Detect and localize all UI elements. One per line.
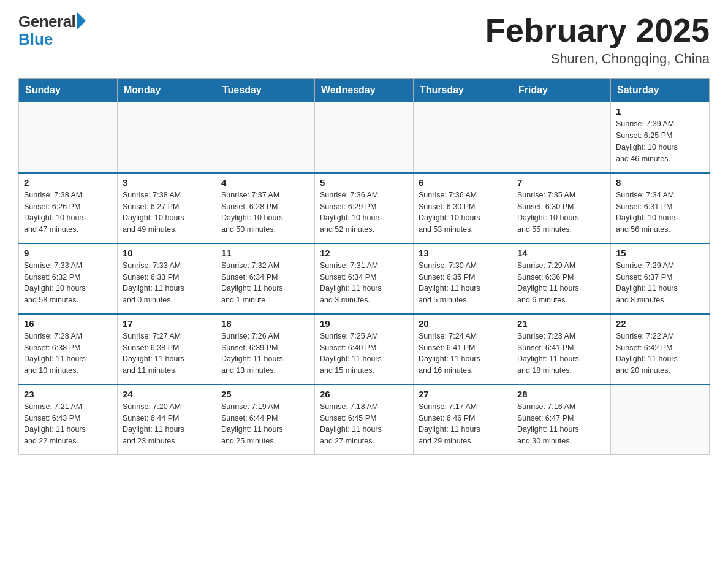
- day-info: Sunrise: 7:18 AM Sunset: 6:45 PM Dayligh…: [320, 401, 408, 447]
- calendar-cell: 15Sunrise: 7:29 AM Sunset: 6:37 PM Dayli…: [611, 243, 710, 314]
- day-info: Sunrise: 7:17 AM Sunset: 6:46 PM Dayligh…: [419, 401, 507, 447]
- calendar-cell: [19, 102, 118, 173]
- day-info: Sunrise: 7:34 AM Sunset: 6:31 PM Dayligh…: [616, 190, 704, 236]
- calendar-cell: [216, 102, 315, 173]
- calendar-cell: 12Sunrise: 7:31 AM Sunset: 6:34 PM Dayli…: [315, 243, 414, 314]
- day-info: Sunrise: 7:24 AM Sunset: 6:41 PM Dayligh…: [419, 331, 507, 377]
- day-info: Sunrise: 7:21 AM Sunset: 6:43 PM Dayligh…: [24, 401, 112, 447]
- day-info: Sunrise: 7:33 AM Sunset: 6:32 PM Dayligh…: [24, 260, 112, 306]
- day-number: 9: [24, 248, 112, 258]
- calendar-cell: [512, 102, 611, 173]
- calendar-cell: 1Sunrise: 7:39 AM Sunset: 6:25 PM Daylig…: [611, 102, 710, 173]
- day-info: Sunrise: 7:31 AM Sunset: 6:34 PM Dayligh…: [320, 260, 408, 306]
- day-number: 6: [419, 177, 507, 188]
- week-row-4: 16Sunrise: 7:28 AM Sunset: 6:38 PM Dayli…: [19, 314, 710, 385]
- day-info: Sunrise: 7:28 AM Sunset: 6:38 PM Dayligh…: [24, 331, 112, 377]
- column-header-sunday: Sunday: [19, 79, 118, 102]
- column-header-friday: Friday: [512, 79, 611, 102]
- day-info: Sunrise: 7:23 AM Sunset: 6:41 PM Dayligh…: [517, 331, 605, 377]
- week-row-2: 2Sunrise: 7:38 AM Sunset: 6:26 PM Daylig…: [19, 173, 710, 243]
- day-number: 7: [517, 177, 605, 188]
- day-info: Sunrise: 7:29 AM Sunset: 6:37 PM Dayligh…: [616, 260, 704, 306]
- day-info: Sunrise: 7:27 AM Sunset: 6:38 PM Dayligh…: [123, 331, 211, 377]
- day-number: 5: [320, 177, 408, 188]
- location-title: Shuren, Chongqing, China: [485, 51, 710, 67]
- day-info: Sunrise: 7:19 AM Sunset: 6:44 PM Dayligh…: [221, 401, 309, 447]
- day-info: Sunrise: 7:38 AM Sunset: 6:27 PM Dayligh…: [123, 190, 211, 236]
- calendar-cell: 5Sunrise: 7:36 AM Sunset: 6:29 PM Daylig…: [315, 173, 414, 243]
- day-info: Sunrise: 7:16 AM Sunset: 6:47 PM Dayligh…: [517, 401, 605, 447]
- day-number: 19: [320, 318, 408, 329]
- calendar-cell: 23Sunrise: 7:21 AM Sunset: 6:43 PM Dayli…: [19, 385, 118, 455]
- day-info: Sunrise: 7:36 AM Sunset: 6:29 PM Dayligh…: [320, 190, 408, 236]
- calendar-cell: 8Sunrise: 7:34 AM Sunset: 6:31 PM Daylig…: [611, 173, 710, 243]
- day-number: 1: [616, 106, 704, 117]
- day-number: 26: [320, 389, 408, 399]
- calendar-cell: 9Sunrise: 7:33 AM Sunset: 6:32 PM Daylig…: [19, 243, 118, 314]
- calendar-cell: [611, 385, 710, 455]
- calendar-cell: 17Sunrise: 7:27 AM Sunset: 6:38 PM Dayli…: [118, 314, 216, 385]
- calendar-cell: 19Sunrise: 7:25 AM Sunset: 6:40 PM Dayli…: [315, 314, 414, 385]
- logo-general-text: General: [18, 12, 75, 31]
- column-header-saturday: Saturday: [611, 79, 710, 102]
- day-info: Sunrise: 7:20 AM Sunset: 6:44 PM Dayligh…: [123, 401, 211, 447]
- day-number: 18: [221, 318, 309, 329]
- calendar-cell: 16Sunrise: 7:28 AM Sunset: 6:38 PM Dayli…: [19, 314, 118, 385]
- day-info: Sunrise: 7:29 AM Sunset: 6:36 PM Dayligh…: [517, 260, 605, 306]
- calendar-cell: 2Sunrise: 7:38 AM Sunset: 6:26 PM Daylig…: [19, 173, 118, 243]
- day-number: 11: [221, 248, 309, 258]
- day-number: 16: [24, 318, 112, 329]
- logo: General Blue: [18, 12, 86, 47]
- day-number: 21: [517, 318, 605, 329]
- day-number: 2: [24, 177, 112, 188]
- calendar-table: SundayMondayTuesdayWednesdayThursdayFrid…: [18, 78, 710, 455]
- day-number: 17: [123, 318, 211, 329]
- day-info: Sunrise: 7:38 AM Sunset: 6:26 PM Dayligh…: [24, 190, 112, 236]
- day-number: 8: [616, 177, 704, 188]
- day-number: 15: [616, 248, 704, 258]
- column-header-tuesday: Tuesday: [216, 79, 315, 102]
- calendar-cell: 28Sunrise: 7:16 AM Sunset: 6:47 PM Dayli…: [512, 385, 611, 455]
- day-number: 20: [419, 318, 507, 329]
- day-number: 14: [517, 248, 605, 258]
- month-title: February 2025: [485, 12, 710, 48]
- day-number: 4: [221, 177, 309, 188]
- day-number: 12: [320, 248, 408, 258]
- day-info: Sunrise: 7:26 AM Sunset: 6:39 PM Dayligh…: [221, 331, 309, 377]
- day-info: Sunrise: 7:22 AM Sunset: 6:42 PM Dayligh…: [616, 331, 704, 377]
- day-number: 28: [517, 389, 605, 399]
- calendar-cell: 27Sunrise: 7:17 AM Sunset: 6:46 PM Dayli…: [414, 385, 512, 455]
- day-info: Sunrise: 7:30 AM Sunset: 6:35 PM Dayligh…: [419, 260, 507, 306]
- logo-triangle-icon: [77, 12, 86, 29]
- column-header-thursday: Thursday: [414, 79, 512, 102]
- day-info: Sunrise: 7:35 AM Sunset: 6:30 PM Dayligh…: [517, 190, 605, 236]
- calendar-cell: 3Sunrise: 7:38 AM Sunset: 6:27 PM Daylig…: [118, 173, 216, 243]
- calendar-cell: 4Sunrise: 7:37 AM Sunset: 6:28 PM Daylig…: [216, 173, 315, 243]
- calendar-cell: [118, 102, 216, 173]
- day-number: 23: [24, 389, 112, 399]
- day-number: 3: [123, 177, 211, 188]
- calendar-cell: 11Sunrise: 7:32 AM Sunset: 6:34 PM Dayli…: [216, 243, 315, 314]
- day-number: 22: [616, 318, 704, 329]
- day-number: 25: [221, 389, 309, 399]
- calendar-cell: 26Sunrise: 7:18 AM Sunset: 6:45 PM Dayli…: [315, 385, 414, 455]
- page-header: General Blue February 2025 Shuren, Chong…: [18, 12, 710, 67]
- calendar-cell: 25Sunrise: 7:19 AM Sunset: 6:44 PM Dayli…: [216, 385, 315, 455]
- week-row-3: 9Sunrise: 7:33 AM Sunset: 6:32 PM Daylig…: [19, 243, 710, 314]
- day-info: Sunrise: 7:32 AM Sunset: 6:34 PM Dayligh…: [221, 260, 309, 306]
- day-number: 10: [123, 248, 211, 258]
- calendar-cell: 10Sunrise: 7:33 AM Sunset: 6:33 PM Dayli…: [118, 243, 216, 314]
- day-number: 27: [419, 389, 507, 399]
- week-row-1: 1Sunrise: 7:39 AM Sunset: 6:25 PM Daylig…: [19, 102, 710, 173]
- day-info: Sunrise: 7:36 AM Sunset: 6:30 PM Dayligh…: [419, 190, 507, 236]
- calendar-cell: 21Sunrise: 7:23 AM Sunset: 6:41 PM Dayli…: [512, 314, 611, 385]
- day-info: Sunrise: 7:39 AM Sunset: 6:25 PM Dayligh…: [616, 118, 704, 164]
- calendar-cell: 7Sunrise: 7:35 AM Sunset: 6:30 PM Daylig…: [512, 173, 611, 243]
- day-info: Sunrise: 7:33 AM Sunset: 6:33 PM Dayligh…: [123, 260, 211, 306]
- column-header-wednesday: Wednesday: [315, 79, 414, 102]
- column-header-monday: Monday: [118, 79, 216, 102]
- calendar-cell: 6Sunrise: 7:36 AM Sunset: 6:30 PM Daylig…: [414, 173, 512, 243]
- calendar-cell: 24Sunrise: 7:20 AM Sunset: 6:44 PM Dayli…: [118, 385, 216, 455]
- day-info: Sunrise: 7:25 AM Sunset: 6:40 PM Dayligh…: [320, 331, 408, 377]
- day-info: Sunrise: 7:37 AM Sunset: 6:28 PM Dayligh…: [221, 190, 309, 236]
